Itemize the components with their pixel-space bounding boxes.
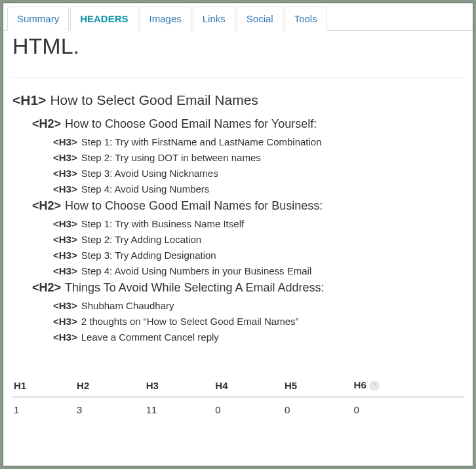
count-h6: 0 bbox=[350, 397, 464, 422]
col-h6: H6? bbox=[350, 374, 464, 397]
heading-text: 2 thoughts on “How to Select Good Email … bbox=[81, 316, 299, 327]
heading-tag: <H2> bbox=[32, 281, 61, 295]
heading-row: <H3>2 thoughts on “How to Select Good Em… bbox=[53, 316, 464, 327]
count-h4: 0 bbox=[211, 397, 281, 422]
heading-summary-table: H1 H2 H3 H4 H5 H6? 1 3 11 0 0 0 bbox=[12, 374, 464, 422]
section-title: HTML. bbox=[12, 33, 464, 59]
tab-links[interactable]: Links bbox=[193, 7, 235, 31]
col-h3: H3 bbox=[142, 374, 212, 397]
heading-tag: <H3> bbox=[53, 250, 77, 261]
heading-tag: <H1> bbox=[12, 92, 46, 108]
heading-text: Step 4: Avoid Using Numbers in your Busi… bbox=[81, 265, 312, 276]
heading-row: <H1>How to Select Good Email Names bbox=[12, 92, 464, 108]
divider bbox=[12, 77, 464, 78]
count-h1: 1 bbox=[12, 397, 73, 422]
heading-tag: <H3> bbox=[53, 331, 77, 343]
heading-text: How to Choose Good Email Names for Busin… bbox=[65, 199, 323, 213]
tab-images[interactable]: Images bbox=[140, 7, 191, 31]
heading-row: <H3>Step 1: Try with FirstName and LastN… bbox=[53, 136, 464, 147]
heading-row: <H3>Step 2: Try using DOT in between nam… bbox=[53, 152, 464, 163]
heading-text: Step 2: Try using DOT in between names bbox=[81, 152, 261, 163]
heading-text: Step 3: Avoid Using Nicknames bbox=[81, 168, 218, 179]
col-h2: H2 bbox=[73, 374, 142, 397]
heading-row: <H3>Shubham Chaudhary bbox=[53, 300, 464, 311]
heading-tag: <H3> bbox=[53, 136, 77, 147]
heading-tag: <H3> bbox=[53, 234, 77, 245]
help-icon[interactable]: ? bbox=[369, 381, 380, 391]
heading-tag: <H2> bbox=[32, 199, 61, 213]
heading-tag: <H2> bbox=[32, 117, 61, 131]
heading-row: <H2>How to Choose Good Email Names for B… bbox=[32, 199, 464, 213]
tab-headers[interactable]: HEADERS bbox=[70, 7, 138, 31]
heading-tag: <H3> bbox=[53, 300, 77, 311]
heading-row: <H2>Things To Avoid While Selecting A Em… bbox=[32, 281, 464, 295]
heading-row: <H3>Step 2: Try Adding Location bbox=[53, 234, 464, 245]
heading-text: Things To Avoid While Selecting A Email … bbox=[65, 281, 325, 295]
heading-tree: <H1>How to Select Good Email Names <H2>H… bbox=[12, 92, 464, 343]
heading-tag: <H3> bbox=[53, 183, 77, 195]
heading-tag: <H3> bbox=[53, 316, 77, 327]
heading-row: <H3>Step 4: Avoid Using Numbers in your … bbox=[53, 265, 464, 276]
col-h1: H1 bbox=[12, 374, 73, 397]
col-h4: H4 bbox=[211, 374, 281, 397]
heading-text: Step 2: Try Adding Location bbox=[81, 234, 201, 245]
heading-text: Step 4: Avoid Using Numbers bbox=[81, 183, 210, 195]
heading-row: <H3>Leave a Comment Cancel reply bbox=[53, 331, 464, 343]
tab-tools[interactable]: Tools bbox=[285, 7, 327, 31]
col-h5: H5 bbox=[281, 374, 350, 397]
count-h2: 3 bbox=[73, 397, 142, 422]
heading-text: How to Choose Good Email Names for Yours… bbox=[65, 117, 317, 131]
count-h5: 0 bbox=[281, 397, 350, 422]
table-header-row: H1 H2 H3 H4 H5 H6? bbox=[12, 374, 464, 397]
count-h3: 11 bbox=[142, 397, 212, 422]
heading-text: Step 3: Try Adding Designation bbox=[81, 250, 216, 261]
heading-row: <H3>Step 4: Avoid Using Numbers bbox=[53, 183, 464, 195]
heading-row: <H3>Step 1: Try with Business Name Itsel… bbox=[53, 218, 464, 229]
headers-panel: Summary HEADERS Images Links Social Tool… bbox=[3, 3, 473, 466]
heading-text: Step 1: Try with FirstName and LastName … bbox=[81, 136, 322, 147]
tab-content: HTML. <H1>How to Select Good Email Names… bbox=[3, 31, 473, 431]
heading-tag: <H3> bbox=[53, 168, 77, 179]
heading-tag: <H3> bbox=[53, 152, 77, 163]
heading-tag: <H3> bbox=[53, 218, 77, 229]
tabs-bar: Summary HEADERS Images Links Social Tool… bbox=[3, 3, 473, 31]
heading-text: Leave a Comment Cancel reply bbox=[81, 331, 219, 343]
heading-text: How to Select Good Email Names bbox=[50, 92, 258, 108]
heading-row: <H3>Step 3: Avoid Using Nicknames bbox=[53, 168, 464, 179]
heading-row: <H2>How to Choose Good Email Names for Y… bbox=[32, 117, 464, 131]
table-row: 1 3 11 0 0 0 bbox=[12, 397, 464, 422]
heading-tag: <H3> bbox=[53, 265, 77, 276]
heading-text: Step 1: Try with Business Name Itself bbox=[81, 218, 244, 229]
tab-social[interactable]: Social bbox=[237, 7, 283, 31]
heading-text: Shubham Chaudhary bbox=[81, 300, 174, 311]
tab-summary[interactable]: Summary bbox=[7, 7, 69, 31]
heading-row: <H3>Step 3: Try Adding Designation bbox=[53, 250, 464, 261]
